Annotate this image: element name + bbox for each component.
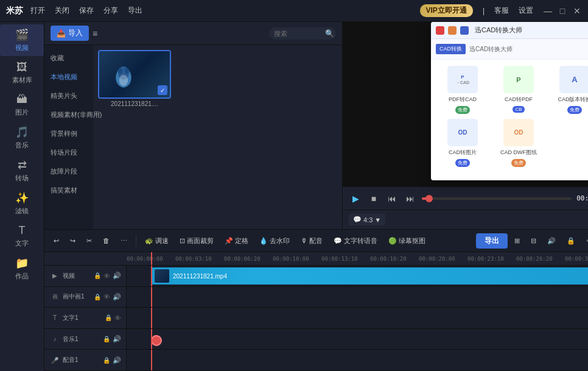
sort-button[interactable]: ≡	[93, 29, 97, 38]
video-eye-icon[interactable]: 👁	[103, 272, 110, 280]
cad-popup[interactable]: 迅CAD转换大师 ✕ CAD转换 迅CAD转换大师 P	[431, 22, 588, 180]
close-button[interactable]: ✕	[572, 6, 582, 16]
category-collection[interactable]: 收藏	[44, 49, 93, 68]
category-funny-material[interactable]: 搞笑素材	[44, 181, 93, 200]
media-item-0[interactable]: ✓ 202111231821....	[98, 50, 171, 107]
mix-button[interactable]: 🎙 配音	[296, 234, 327, 248]
category-bg-sample[interactable]: 背景样例	[44, 124, 93, 143]
aspect-ratio-button[interactable]: 💬 4:3 ▼	[349, 214, 385, 225]
menu-bar: 打开 关闭 保存 分享 导出	[30, 5, 142, 16]
zoom-fit-button[interactable]: ⊞	[510, 235, 524, 247]
menu-export[interactable]: 导出	[128, 5, 142, 16]
next-frame-button[interactable]: ⏭	[404, 192, 417, 205]
mix-track-content[interactable]	[127, 350, 588, 370]
menu-close[interactable]: 关闭	[55, 5, 69, 16]
ruler-mark-1: 00:00:03:10	[175, 256, 224, 262]
video-audio-icon[interactable]: 🔊	[113, 272, 121, 280]
speed-button[interactable]: 🐢 调速	[141, 234, 173, 248]
sidebar-item-video[interactable]: 🎬 视频	[0, 24, 44, 56]
maximize-button[interactable]: □	[558, 6, 567, 16]
tts-icon: 💬	[334, 237, 342, 245]
menu-save[interactable]: 保存	[79, 5, 94, 16]
screenshot-label: 绿幕抠图	[399, 236, 425, 246]
export-button[interactable]: 导出	[476, 233, 508, 249]
text-speech-button[interactable]: 💬 文字转语音	[329, 234, 382, 248]
pip-lock-icon[interactable]: 🔒	[94, 294, 101, 300]
preview-controls2: 💬 4:3 ▼	[343, 210, 588, 229]
draw-crop-button[interactable]: ⊡ 画面裁剪	[175, 234, 218, 248]
video-clip[interactable]: 202111231821.mp4	[151, 267, 588, 284]
split-button[interactable]: ⊟	[527, 235, 541, 247]
pip-audio-icon[interactable]: 🔊	[113, 293, 121, 301]
cad-option-cad-dwf[interactable]: OD CAD DWF图纸 免费	[493, 119, 544, 167]
sidebar-item-text[interactable]: T 文字	[0, 221, 44, 252]
cad-option-cad-convert[interactable]: A CAD版本转换 免费	[549, 66, 588, 114]
text-track-controls: 🔒 👁	[105, 314, 121, 322]
undo-button[interactable]: ↩	[49, 235, 63, 247]
screenshot-button[interactable]: 🟢 绿幕抠图	[384, 234, 430, 248]
lock-all-button[interactable]: 🔒	[562, 235, 579, 247]
sidebar-label-video: 视频	[15, 43, 29, 52]
audio-toggle-button[interactable]: 🔊	[543, 235, 560, 247]
track-row-music: ♪ 音乐1 🔒 🔊	[44, 329, 588, 350]
titlebar: 米苏 打开 关闭 保存 分享 导出 VIP立即开通 | 客服 设置 — □ ✕	[0, 0, 588, 22]
sidebar-item-music[interactable]: 🎵 音乐	[0, 122, 44, 154]
cut-button[interactable]: ✂	[82, 235, 96, 247]
music-audio-icon[interactable]: 🔊	[113, 335, 121, 343]
settings-button[interactable]: 设置	[519, 5, 533, 16]
progress-bar[interactable]	[422, 197, 572, 200]
ruler-label-2: 00:00:06:20	[224, 256, 261, 262]
crop-icon: ⊡	[180, 237, 185, 245]
video-track-content[interactable]: 202111231821.mp4	[127, 266, 588, 286]
cad-option-cad-pdf[interactable]: P CAD转PDF CB	[493, 66, 544, 114]
cad-option-pdf-cad[interactable]: P →CAD PDF转CAD 免费	[437, 66, 488, 114]
more-button[interactable]: ⋯	[116, 235, 131, 247]
play-button[interactable]: ▶	[349, 192, 362, 205]
service-button[interactable]: 客服	[494, 5, 509, 16]
text-lock-icon[interactable]: 🔒	[105, 314, 112, 321]
prev-frame-button[interactable]: ⏮	[385, 192, 399, 205]
mix-lock-icon[interactable]: 🔒	[103, 357, 110, 364]
text-track-content[interactable]	[127, 308, 588, 328]
import-button[interactable]: 📥 导入	[51, 26, 89, 41]
menu-open[interactable]: 打开	[30, 5, 45, 16]
sidebar-item-filter[interactable]: ✨ 滤镜	[0, 188, 44, 219]
watermark-button[interactable]: 💧 去水印	[255, 234, 294, 248]
search-input[interactable]	[274, 30, 323, 37]
sidebar-item-materials[interactable]: 🖼 素材库	[0, 57, 44, 88]
category-highlight[interactable]: 精美片头	[44, 87, 93, 105]
ruler-mark-4: 00:00:13:10	[321, 256, 370, 262]
sidebar-item-transition[interactable]: ⇄ 转场	[0, 155, 44, 186]
sidebar-item-images[interactable]: 🏔 图片	[0, 90, 44, 121]
category-local-video[interactable]: 本地视频	[44, 68, 93, 87]
text-eye-icon[interactable]: 👁	[114, 314, 121, 322]
zoom-out-button[interactable]: ➖	[582, 235, 588, 247]
mix-track-controls: 🔒 🔊	[103, 356, 121, 364]
import-icon: 📥	[57, 29, 66, 38]
ruler-mark-8: 00:00:26:20	[516, 256, 565, 262]
music-track-content[interactable]	[127, 329, 588, 350]
menu-share[interactable]: 分享	[103, 5, 118, 16]
stop-button[interactable]: ■	[367, 192, 380, 205]
vip-button[interactable]: VIP立即开通	[420, 4, 473, 17]
cad-badge-version: 免费	[567, 106, 582, 114]
stabilize-button[interactable]: 📌 定格	[220, 234, 253, 248]
redo-button[interactable]: ↪	[66, 235, 80, 247]
cad-option-cad-img[interactable]: OD CAD转图片 免费	[437, 119, 488, 167]
delete-button[interactable]: 🗑	[99, 235, 114, 247]
sidebar-item-works[interactable]: 📁 作品	[0, 253, 44, 284]
pip-track-content[interactable]	[127, 287, 588, 308]
sidebar-label-images: 图片	[15, 108, 29, 117]
video-lock-icon[interactable]: 🔒	[94, 272, 101, 279]
category-fault-clip[interactable]: 故障片段	[44, 162, 93, 181]
app-logo: 米苏	[6, 5, 23, 16]
minimize-button[interactable]: —	[543, 6, 553, 16]
cad-icon-blue	[460, 26, 469, 35]
mix-audio-icon[interactable]: 🔊	[113, 356, 121, 364]
music-lock-icon[interactable]: 🔒	[103, 336, 110, 342]
pip-eye-icon[interactable]: 👁	[103, 293, 110, 300]
category-transition-clip[interactable]: 转场片段	[44, 143, 93, 162]
text-playhead	[151, 308, 152, 328]
titlebar-right: VIP立即开通 | 客服 设置 — □ ✕	[420, 4, 582, 17]
category-video-material[interactable]: 视频素材(非商用)	[44, 105, 93, 124]
